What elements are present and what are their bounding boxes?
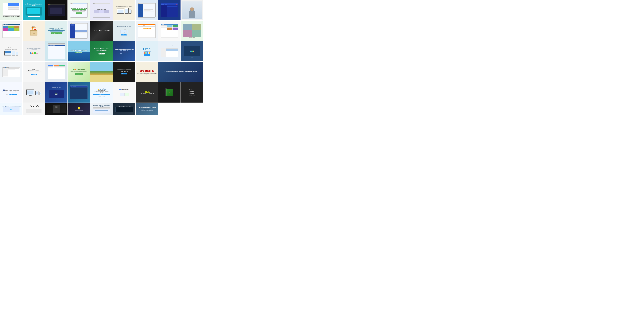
tile-logo-template[interactable]: Logo	[136, 0, 158, 20]
tile-facebook-shop[interactable]: f Why not set up a Facebook Shop? We can…	[0, 82, 22, 103]
tile-online-builder[interactable]: ONLINE WEBSITE BUILDER SOFTWARE Build fo…	[23, 41, 45, 61]
jimdo-visit-btn[interactable]: VISIT SITE	[31, 74, 37, 75]
moonfruit-sub: Get online. Grow your business. Never mi…	[93, 91, 110, 93]
next-arrow[interactable]: ›	[192, 57, 193, 58]
tile-start-today[interactable]: ooo StartToday Surprisingly free and eas…	[68, 62, 90, 82]
tile-teal-builder[interactable]: A simple, powerful website creator	[23, 0, 45, 20]
preview-btn[interactable]: Preview website.com	[143, 28, 151, 29]
moonfruit-logo: 🌙 moonfruit	[98, 88, 106, 90]
tile-portrait[interactable]	[181, 0, 203, 20]
lorem-label: Hello Prince de la V...	[71, 89, 87, 89]
mascot-text: YOURWEBSITE	[33, 32, 35, 34]
tile-ucoz[interactable]: Free uCoz website builder Get Started	[136, 41, 158, 61]
online-builder-title: ONLINE WEBSITE BUILDER SOFTWARE	[24, 48, 44, 50]
pc-icon: 💻	[55, 92, 58, 95]
tile-columns[interactable]	[45, 62, 68, 82]
tile-responsive[interactable]: Responsive for Desktop, Tablet & Mobile	[113, 0, 136, 20]
mi-pagina-title: Mi pagina personal	[97, 9, 106, 10]
tile-toolbar[interactable]	[0, 62, 22, 82]
tile-passion-business[interactable]: Turn Your Passion into a Thriving Busine…	[90, 41, 113, 61]
tile-yola[interactable]: YOLABUILDER	[0, 20, 22, 41]
category-label: Category	[161, 24, 164, 25]
logo-text: Logo	[140, 10, 142, 11]
tile-exceptional[interactable]: EVERYTHING YOU NEED TO CREATE AN EXCEPTI…	[158, 62, 203, 82]
responsive-builder-sub: Build for Desktop + Tablets + Mobile	[5, 49, 17, 50]
tile-pc-cleaner[interactable]: PC Cleaner Pro 24/7 Full Catalogue 💻	[45, 82, 68, 103]
tile-sitejam[interactable]: ONLINE WEBSITE BUILDER SOFTWARE	[0, 0, 22, 20]
tile-build-own[interactable]: Build Your Own Free Professional Website	[90, 103, 113, 115]
tile-dark-builder[interactable]	[45, 0, 68, 20]
tile-free-templates[interactable]: FREE DesignerBusinessTemplates	[181, 82, 203, 103]
setup-shop-btn[interactable]: Setup Facebook Shop	[9, 94, 17, 95]
tile-photo-gallery[interactable]: Photo Gallery	[181, 20, 203, 41]
tile-dashboard-blue[interactable]	[158, 0, 180, 20]
business-title: Create a website for your business.	[114, 26, 134, 29]
tile-engineering[interactable]: Engineering & Technology ProfessionalEng…	[113, 103, 136, 115]
professional-title: Create a professional, free website in m…	[2, 106, 21, 107]
tile-folio[interactable]: FOLIO. Portfolio website builder	[23, 103, 45, 115]
ucoz-free-label: Free	[143, 47, 150, 51]
tile-mascot[interactable]: 🏗️ YOURWEBSITE	[23, 20, 45, 41]
jimdo-main: Simply great websites.	[28, 70, 39, 71]
tile-company-template[interactable]: Your Company Here	[45, 41, 68, 61]
create-free-ocean-btn[interactable]: Get Started	[76, 52, 82, 53]
tile-mi-pagina[interactable]: Mi pagina personal	[90, 0, 113, 20]
tile-jimdo[interactable]: jimdo Simply great websites. Over 1,000 …	[23, 62, 45, 82]
mosaic-grid: ONLINE WEBSITE BUILDER SOFTWARE A simple…	[0, 0, 203, 115]
tile-category[interactable]: Category	[158, 20, 180, 41]
website-letters-sub: EVERYTHING YOU NEED TO CREATE AN EXCEPTI…	[137, 73, 156, 75]
tile-make-free[interactable]: Make Your Own Free Website Call 1-800-80…	[45, 20, 68, 41]
tile-responsive-builder[interactable]: Build amazing responsive websites with a…	[0, 41, 22, 61]
shopping-sub: ONLINE SHOPPING CART	[164, 46, 175, 47]
build-own-title: Build Your Own Free Professional Website	[92, 105, 111, 107]
moonfruit-tour-btn[interactable]: QUICK TOUR	[93, 94, 110, 95]
facebook-title: Why not set up a Facebook Shop?	[5, 90, 19, 91]
tile-moonfruit[interactable]: 🌙 moonfruit Website Builder Get online. …	[90, 82, 113, 103]
tile-free-builder-text[interactable]: FREE FREE WEBSITE BUILDER	[136, 82, 158, 103]
tile-professional-free[interactable]: Create a professional, free website in m…	[0, 103, 22, 115]
tile-new-website[interactable]: NEW WEBSITE Hello Prince de la V...	[68, 82, 90, 103]
tattoo-title: TATTOO BODY INDUC...	[93, 29, 110, 31]
ninety-second-btn[interactable]: Get Started	[121, 73, 127, 74]
pc-cleaner-sub: 24/7 Full Catalogue	[52, 89, 60, 90]
tile-tech-bg[interactable]: 💡 Technology Background	[68, 103, 90, 115]
jimdo-logo: jimdo	[32, 69, 35, 70]
tile-welcome-back[interactable]: Welcome back Mary Preview website.com	[136, 20, 158, 41]
passion2-sub: It Starts with a Beautiful Website	[140, 110, 153, 111]
tile-mobirise[interactable]: MOBIRISE MOBILE WEBSITE BUILDER	[113, 41, 136, 61]
start-today-btn[interactable]: Get Started Free	[75, 73, 83, 75]
tile-mix-future[interactable]	[68, 20, 90, 41]
moonfruit-overview-btn[interactable]: PRODUCT OVERVIEW	[93, 96, 110, 97]
tile-tattoo[interactable]: TATTOO BODY INDUC... Enter	[90, 20, 113, 41]
mascot-emoji: 🏗️	[31, 26, 36, 30]
prev-arrow[interactable]: ‹	[191, 57, 192, 58]
website-letters-text: WEBSITE	[140, 69, 154, 72]
get-free-trial-btn[interactable]: Get free trial	[121, 34, 128, 35]
free-website-builder-label: FREE WEBSITE BUILDER	[140, 93, 154, 94]
tech-icon: 💡	[77, 107, 81, 110]
folio-title: FOLIO.	[28, 104, 39, 107]
website-icon: 🌐	[10, 109, 12, 110]
tile-90-second[interactable]: 90 SECOND WEBSITE BUILDER 8 Get Started	[113, 62, 136, 82]
tile-devices-mockup[interactable]	[23, 82, 45, 103]
tile-passion2[interactable]: Turn Your Passion into a Thriving Busine…	[136, 103, 158, 115]
tile-shopping-cart[interactable]: Sell your products ONLINE SHOPPING CART	[158, 41, 180, 61]
tile-business-website[interactable]: Create a website for your business. Get …	[113, 20, 136, 41]
folio-sub: Portfolio website builder	[30, 108, 38, 109]
tile-ecommerce-dark[interactable]: Small Website Builder ‹ ›	[181, 41, 203, 61]
tile-website-letters[interactable]: WEBSITE EVERYTHING YOU NEED TO CREATE AN…	[136, 62, 158, 82]
create-free-ocean-title: CREATE A FREE WEBSITE	[71, 49, 87, 51]
exceptional-title: EVERYTHING YOU NEED TO CREATE AN EXCEPTI…	[164, 71, 197, 72]
tile-website-builder-info[interactable]: Website Builder Get online. Grow your bu…	[113, 82, 136, 103]
company-here-label: Your Company Here	[48, 45, 54, 46]
pc-cleaner-title: PC Cleaner Pro	[52, 87, 60, 88]
tile-create-free[interactable]: Create a Free Website Today Start search…	[68, 0, 90, 20]
tile-glasses-person[interactable]	[45, 103, 68, 115]
ucoz-sub: uCoz website builder	[143, 51, 151, 52]
skip-btn[interactable]: Skip	[6, 94, 8, 95]
passion-btn[interactable]: Get Started	[98, 53, 105, 54]
tile-beach[interactable]	[90, 62, 113, 82]
tile-free-builder-box[interactable]: free🏠	[158, 82, 180, 103]
ucoz-btn[interactable]: Get Started	[144, 54, 150, 56]
tile-create-free-ocean[interactable]: CREATE A FREE WEBSITE Get Started	[68, 41, 90, 61]
